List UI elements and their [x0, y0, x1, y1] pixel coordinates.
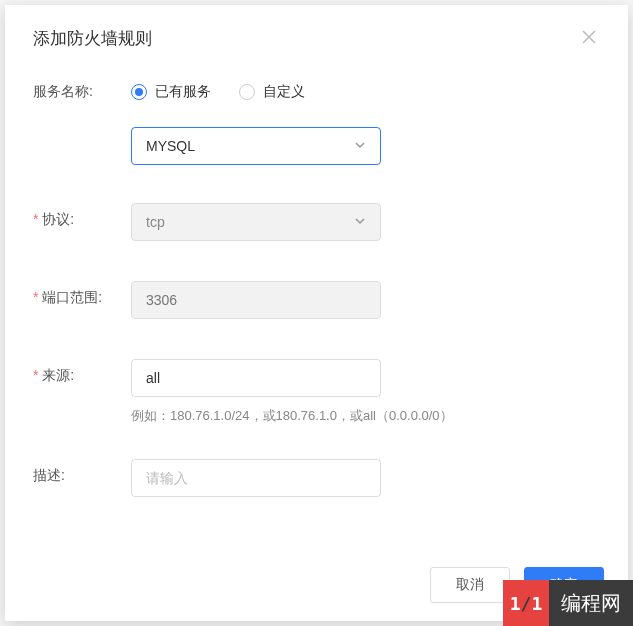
chevron-down-icon	[354, 138, 366, 154]
chevron-down-icon	[354, 214, 366, 230]
radio-custom-service[interactable]: 自定义	[239, 83, 305, 101]
label-port-range: 端口范围:	[33, 281, 131, 307]
row-source: 来源: 例如：180.76.1.0/24，或180.76.1.0，或all（0.…	[33, 359, 600, 425]
protocol-select-wrapper: tcp	[131, 203, 381, 241]
source-input-wrapper: 例如：180.76.1.0/24，或180.76.1.0，或all（0.0.0.…	[131, 359, 600, 425]
label-description: 描述:	[33, 459, 131, 485]
protocol-select: tcp	[131, 203, 381, 241]
brand-text: 编程网	[549, 580, 633, 626]
modal-header: 添加防火墙规则	[5, 5, 628, 65]
service-select-wrapper: MYSQL	[131, 127, 381, 165]
port-range-input	[131, 281, 381, 319]
source-hint: 例如：180.76.1.0/24，或180.76.1.0，或all（0.0.0.…	[131, 407, 600, 425]
radio-checked-icon	[131, 84, 147, 100]
radio-existing-service[interactable]: 已有服务	[131, 83, 211, 101]
row-service-name: 服务名称: 已有服务 自定义	[33, 75, 600, 101]
desc-input-wrapper	[131, 459, 381, 497]
service-select-value: MYSQL	[146, 138, 195, 154]
modal-title: 添加防火墙规则	[33, 27, 152, 50]
port-input-wrapper	[131, 281, 381, 319]
row-description: 描述:	[33, 459, 600, 497]
label-source: 来源:	[33, 359, 131, 385]
cancel-button[interactable]: 取消	[430, 567, 510, 603]
protocol-value: tcp	[146, 214, 165, 230]
source-input[interactable]	[131, 359, 381, 397]
service-select[interactable]: MYSQL	[131, 127, 381, 165]
description-input[interactable]	[131, 459, 381, 497]
radio-custom-label: 自定义	[263, 83, 305, 101]
row-protocol: 协议: tcp	[33, 203, 600, 241]
radio-existing-label: 已有服务	[155, 83, 211, 101]
row-service-select: MYSQL	[33, 127, 600, 165]
label-spacer	[33, 127, 131, 135]
radio-unchecked-icon	[239, 84, 255, 100]
brand-logo-icon: 1/1	[503, 580, 549, 626]
add-firewall-rule-modal: 添加防火墙规则 服务名称: 已有服务 自定义 MYSQL	[5, 5, 628, 621]
close-icon[interactable]	[578, 25, 600, 51]
label-service-name: 服务名称:	[33, 75, 131, 101]
radio-group-service: 已有服务 自定义	[131, 75, 305, 101]
label-protocol: 协议:	[33, 203, 131, 229]
row-port-range: 端口范围:	[33, 281, 600, 319]
brand-watermark: 1/1 编程网	[503, 580, 633, 626]
modal-body: 服务名称: 已有服务 自定义 MYSQL	[5, 65, 628, 553]
